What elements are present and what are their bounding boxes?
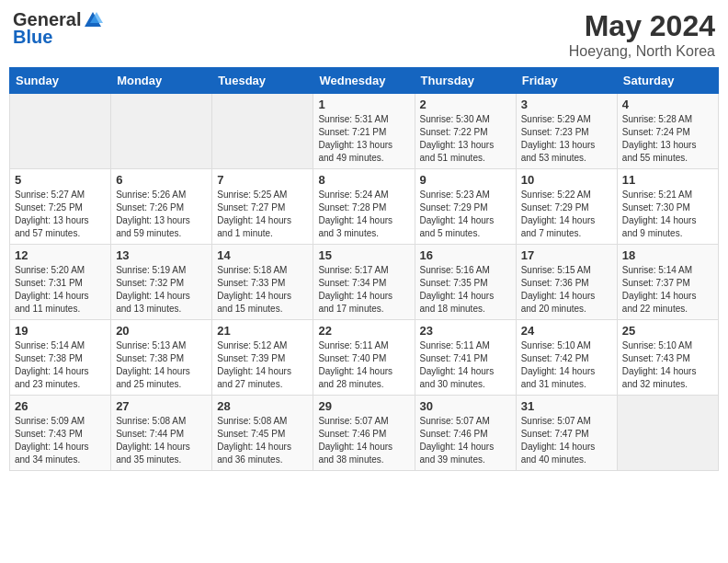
- day-info: Sunrise: 5:28 AMSunset: 7:24 PMDaylight:…: [622, 113, 713, 165]
- logo-blue: Blue: [13, 27, 52, 48]
- day-info: Sunrise: 5:29 AMSunset: 7:23 PMDaylight:…: [521, 113, 612, 165]
- calendar-cell: [617, 396, 718, 471]
- day-number: 27: [116, 399, 207, 413]
- calendar-cell: 6Sunrise: 5:26 AMSunset: 7:26 PMDaylight…: [111, 169, 212, 245]
- calendar-week-5: 26Sunrise: 5:09 AMSunset: 7:43 PMDayligh…: [10, 396, 719, 471]
- day-info: Sunrise: 5:11 AMSunset: 7:40 PMDaylight:…: [318, 339, 409, 391]
- calendar-week-2: 5Sunrise: 5:27 AMSunset: 7:25 PMDaylight…: [10, 169, 719, 245]
- calendar-cell: 23Sunrise: 5:11 AMSunset: 7:41 PMDayligh…: [415, 320, 516, 396]
- calendar-cell: [111, 94, 212, 169]
- header-sunday: Sunday: [10, 68, 111, 94]
- day-number: 8: [318, 173, 409, 187]
- day-number: 10: [521, 173, 612, 187]
- calendar-table: Sunday Monday Tuesday Wednesday Thursday…: [9, 67, 719, 471]
- day-number: 28: [217, 399, 308, 413]
- calendar-cell: 14Sunrise: 5:18 AMSunset: 7:33 PMDayligh…: [212, 245, 313, 320]
- day-number: 22: [318, 324, 409, 338]
- calendar-cell: [10, 94, 111, 169]
- calendar-cell: 19Sunrise: 5:14 AMSunset: 7:38 PMDayligh…: [10, 320, 111, 396]
- calendar-cell: 24Sunrise: 5:10 AMSunset: 7:42 PMDayligh…: [516, 320, 617, 396]
- day-info: Sunrise: 5:15 AMSunset: 7:36 PMDaylight:…: [521, 264, 612, 316]
- day-info: Sunrise: 5:08 AMSunset: 7:44 PMDaylight:…: [116, 415, 207, 466]
- calendar-cell: 27Sunrise: 5:08 AMSunset: 7:44 PMDayligh…: [111, 396, 212, 471]
- day-number: 26: [15, 399, 106, 413]
- calendar-week-4: 19Sunrise: 5:14 AMSunset: 7:38 PMDayligh…: [10, 320, 719, 396]
- calendar-cell: 18Sunrise: 5:14 AMSunset: 7:37 PMDayligh…: [617, 245, 718, 320]
- day-number: 19: [15, 324, 106, 338]
- calendar-week-1: 1Sunrise: 5:31 AMSunset: 7:21 PMDaylight…: [10, 94, 719, 169]
- day-number: 9: [420, 173, 511, 187]
- calendar-cell: 30Sunrise: 5:07 AMSunset: 7:46 PMDayligh…: [415, 396, 516, 471]
- day-info: Sunrise: 5:27 AMSunset: 7:25 PMDaylight:…: [15, 189, 106, 240]
- day-info: Sunrise: 5:30 AMSunset: 7:22 PMDaylight:…: [420, 113, 511, 165]
- day-number: 18: [622, 248, 713, 262]
- day-number: 12: [15, 248, 106, 262]
- calendar-cell: 28Sunrise: 5:08 AMSunset: 7:45 PMDayligh…: [212, 396, 313, 471]
- day-info: Sunrise: 5:22 AMSunset: 7:29 PMDaylight:…: [521, 189, 612, 240]
- day-number: 24: [521, 324, 612, 338]
- calendar-cell: 1Sunrise: 5:31 AMSunset: 7:21 PMDaylight…: [313, 94, 415, 169]
- day-info: Sunrise: 5:14 AMSunset: 7:37 PMDaylight:…: [622, 264, 713, 316]
- day-info: Sunrise: 5:20 AMSunset: 7:31 PMDaylight:…: [15, 264, 106, 316]
- day-number: 4: [622, 98, 713, 111]
- day-number: 17: [521, 248, 612, 262]
- calendar-cell: 7Sunrise: 5:25 AMSunset: 7:27 PMDaylight…: [212, 169, 313, 245]
- calendar-cell: 8Sunrise: 5:24 AMSunset: 7:28 PMDaylight…: [313, 169, 415, 245]
- day-number: 2: [420, 98, 511, 111]
- day-number: 1: [318, 98, 409, 111]
- day-number: 25: [622, 324, 713, 338]
- header-saturday: Saturday: [617, 68, 718, 94]
- title-block: May 2024 Hoeyang, North Korea: [569, 9, 715, 60]
- calendar-cell: 10Sunrise: 5:22 AMSunset: 7:29 PMDayligh…: [516, 169, 617, 245]
- day-info: Sunrise: 5:07 AMSunset: 7:46 PMDaylight:…: [420, 415, 511, 466]
- day-info: Sunrise: 5:26 AMSunset: 7:26 PMDaylight:…: [116, 189, 207, 240]
- day-info: Sunrise: 5:09 AMSunset: 7:43 PMDaylight:…: [15, 415, 106, 466]
- day-info: Sunrise: 5:16 AMSunset: 7:35 PMDaylight:…: [420, 264, 511, 316]
- day-info: Sunrise: 5:25 AMSunset: 7:27 PMDaylight:…: [217, 189, 308, 240]
- day-info: Sunrise: 5:07 AMSunset: 7:46 PMDaylight:…: [318, 415, 409, 466]
- calendar-cell: 26Sunrise: 5:09 AMSunset: 7:43 PMDayligh…: [10, 396, 111, 471]
- calendar-cell: 16Sunrise: 5:16 AMSunset: 7:35 PMDayligh…: [415, 245, 516, 320]
- calendar-cell: 17Sunrise: 5:15 AMSunset: 7:36 PMDayligh…: [516, 245, 617, 320]
- calendar-cell: 9Sunrise: 5:23 AMSunset: 7:29 PMDaylight…: [415, 169, 516, 245]
- day-info: Sunrise: 5:17 AMSunset: 7:34 PMDaylight:…: [318, 264, 409, 316]
- day-info: Sunrise: 5:11 AMSunset: 7:41 PMDaylight:…: [420, 339, 511, 391]
- day-number: 15: [318, 248, 409, 262]
- page-header: General Blue May 2024 Hoeyang, North Kor…: [9, 9, 719, 60]
- day-info: Sunrise: 5:10 AMSunset: 7:42 PMDaylight:…: [521, 339, 612, 391]
- day-info: Sunrise: 5:19 AMSunset: 7:32 PMDaylight:…: [116, 264, 207, 316]
- calendar-cell: 21Sunrise: 5:12 AMSunset: 7:39 PMDayligh…: [212, 320, 313, 396]
- day-info: Sunrise: 5:07 AMSunset: 7:47 PMDaylight:…: [521, 415, 612, 466]
- calendar-cell: 11Sunrise: 5:21 AMSunset: 7:30 PMDayligh…: [617, 169, 718, 245]
- calendar-cell: 20Sunrise: 5:13 AMSunset: 7:38 PMDayligh…: [111, 320, 212, 396]
- day-number: 31: [521, 399, 612, 413]
- header-wednesday: Wednesday: [313, 68, 415, 94]
- day-number: 20: [116, 324, 207, 338]
- calendar-cell: 31Sunrise: 5:07 AMSunset: 7:47 PMDayligh…: [516, 396, 617, 471]
- calendar-cell: 2Sunrise: 5:30 AMSunset: 7:22 PMDaylight…: [415, 94, 516, 169]
- header-friday: Friday: [516, 68, 617, 94]
- day-number: 16: [420, 248, 511, 262]
- day-number: 7: [217, 173, 308, 187]
- day-info: Sunrise: 5:13 AMSunset: 7:38 PMDaylight:…: [116, 339, 207, 391]
- day-info: Sunrise: 5:23 AMSunset: 7:29 PMDaylight:…: [420, 189, 511, 240]
- day-number: 11: [622, 173, 713, 187]
- calendar-cell: 22Sunrise: 5:11 AMSunset: 7:40 PMDayligh…: [313, 320, 415, 396]
- day-number: 29: [318, 399, 409, 413]
- day-number: 23: [420, 324, 511, 338]
- day-number: 30: [420, 399, 511, 413]
- day-number: 21: [217, 324, 308, 338]
- header-tuesday: Tuesday: [212, 68, 313, 94]
- day-info: Sunrise: 5:14 AMSunset: 7:38 PMDaylight:…: [15, 339, 106, 391]
- calendar-cell: 3Sunrise: 5:29 AMSunset: 7:23 PMDaylight…: [516, 94, 617, 169]
- logo-icon: [83, 10, 103, 30]
- day-number: 13: [116, 248, 207, 262]
- day-info: Sunrise: 5:12 AMSunset: 7:39 PMDaylight:…: [217, 339, 308, 391]
- calendar-week-3: 12Sunrise: 5:20 AMSunset: 7:31 PMDayligh…: [10, 245, 719, 320]
- calendar-subtitle: Hoeyang, North Korea: [569, 43, 715, 60]
- calendar-cell: [212, 94, 313, 169]
- calendar-cell: 29Sunrise: 5:07 AMSunset: 7:46 PMDayligh…: [313, 396, 415, 471]
- day-number: 5: [15, 173, 106, 187]
- day-info: Sunrise: 5:08 AMSunset: 7:45 PMDaylight:…: [217, 415, 308, 466]
- day-info: Sunrise: 5:24 AMSunset: 7:28 PMDaylight:…: [318, 189, 409, 240]
